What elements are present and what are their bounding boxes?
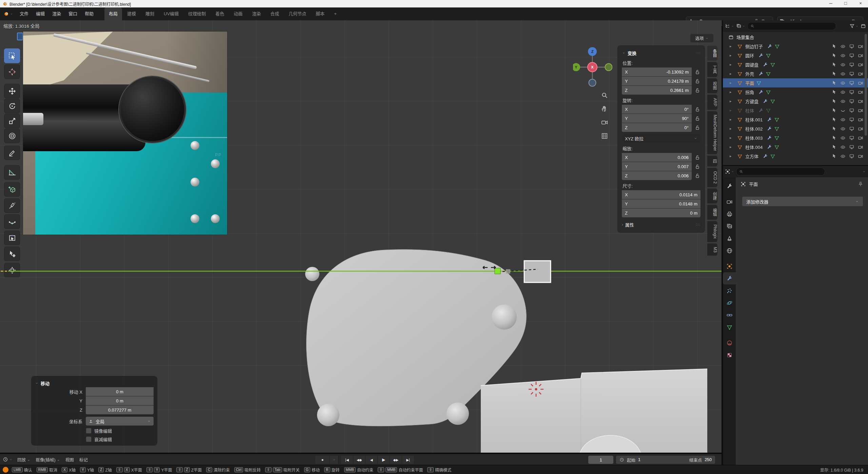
eye-open-icon[interactable] bbox=[840, 154, 846, 159]
viewport-visibility-icon[interactable] bbox=[849, 108, 854, 113]
rotation-mode-dropdown[interactable]: XYZ 欧拉 bbox=[622, 134, 701, 143]
workspace-tab[interactable]: 合成 bbox=[266, 7, 283, 20]
viewport-visibility-icon[interactable] bbox=[849, 53, 854, 58]
tab-scene[interactable] bbox=[723, 232, 736, 244]
outliner-search-input[interactable] bbox=[756, 23, 833, 29]
lock-open-icon[interactable] bbox=[692, 125, 701, 131]
sidebar-tab[interactable]: 编辑 bbox=[707, 205, 717, 220]
lock-open-icon[interactable] bbox=[692, 164, 701, 170]
eye-open-icon[interactable] bbox=[840, 44, 846, 49]
outliner-item[interactable]: ▸ 拐角 bbox=[723, 87, 868, 97]
menu-item[interactable]: 编辑 bbox=[32, 7, 48, 20]
blender-menu-button[interactable] bbox=[0, 11, 16, 17]
tab-constraints[interactable] bbox=[723, 309, 736, 321]
expand-icon[interactable]: ▸ bbox=[730, 81, 732, 85]
rotation-field[interactable]: Y90° bbox=[622, 114, 701, 123]
selectable-icon[interactable] bbox=[831, 71, 837, 77]
menu-item[interactable]: 帮助 bbox=[81, 7, 97, 20]
render-visibility-icon[interactable] bbox=[858, 71, 863, 77]
outliner-item[interactable]: ▸ 柱体.003 bbox=[723, 133, 868, 142]
properties-editor-type-button[interactable] bbox=[725, 169, 734, 174]
tab-particles[interactable] bbox=[723, 284, 736, 297]
tab-physics[interactable] bbox=[723, 297, 736, 309]
tab-tool[interactable] bbox=[723, 180, 736, 192]
properties-panel-title[interactable]: 属性 bbox=[625, 221, 634, 228]
outliner-item[interactable]: ▸ 柱体.001 bbox=[723, 115, 868, 124]
lock-open-icon[interactable] bbox=[692, 87, 701, 93]
workspace-tab[interactable]: 建模 bbox=[123, 7, 140, 20]
orientation-dropdown[interactable]: 全局 bbox=[86, 417, 154, 426]
eye-closed-icon[interactable] bbox=[840, 108, 846, 113]
expand-icon[interactable]: ▸ bbox=[730, 72, 732, 76]
expand-icon[interactable]: ▸ bbox=[730, 90, 732, 94]
viewport-visibility-icon[interactable] bbox=[849, 44, 854, 49]
render-visibility-icon[interactable] bbox=[858, 53, 863, 58]
navigation-gizmo[interactable]: Z Y X bbox=[573, 47, 612, 87]
workspace-tab[interactable]: 着色 bbox=[211, 7, 229, 20]
workspace-tab[interactable]: 布局 bbox=[104, 7, 122, 20]
location-field[interactable]: Y0.24178 m bbox=[622, 77, 701, 85]
workspace-tab[interactable]: 纹理绘制 bbox=[184, 7, 210, 20]
outliner-search[interactable] bbox=[747, 22, 836, 30]
location-field[interactable]: Z0.2661 m bbox=[622, 86, 701, 95]
sidebar-tab[interactable]: 四 bbox=[707, 156, 717, 166]
move-field[interactable]: Y0 m bbox=[35, 396, 154, 405]
eye-open-icon[interactable] bbox=[840, 62, 846, 67]
selectable-icon[interactable] bbox=[831, 90, 837, 95]
workspace-tab[interactable]: UV编辑 bbox=[159, 7, 183, 20]
workspace-tab[interactable]: 动画 bbox=[229, 7, 247, 20]
eye-open-icon[interactable] bbox=[840, 126, 846, 132]
sidebar-tab[interactable]: Philogix bbox=[707, 221, 717, 242]
rotation-field[interactable]: X0° bbox=[622, 105, 701, 114]
viewport-zoom-icon[interactable] bbox=[599, 90, 610, 100]
prev-frame-button[interactable]: ◀ bbox=[366, 456, 378, 464]
move-field[interactable]: Z0.077277 m bbox=[35, 406, 154, 414]
viewport-visibility-icon[interactable] bbox=[849, 90, 854, 95]
expand-icon[interactable]: ▸ bbox=[730, 53, 732, 58]
current-frame-field[interactable]: 1 bbox=[588, 456, 613, 464]
start-frame-field[interactable]: 1 bbox=[638, 457, 640, 462]
scrollbar[interactable] bbox=[865, 34, 867, 136]
timeline-menu-item[interactable]: 回放⌄ bbox=[15, 456, 32, 463]
checkbox[interactable] bbox=[86, 428, 92, 434]
selectable-icon[interactable] bbox=[831, 99, 837, 104]
eye-open-icon[interactable] bbox=[840, 135, 846, 141]
prev-keyframe-button[interactable]: ◀◆ bbox=[353, 456, 366, 464]
sidebar-tab[interactable]: ARP bbox=[707, 95, 717, 110]
scale-field[interactable]: Y0.007 bbox=[622, 162, 701, 171]
outliner-editor-type-button[interactable] bbox=[725, 23, 734, 29]
outliner-filter-button[interactable] bbox=[849, 23, 859, 29]
dimension-field[interactable]: Y0.0148 m bbox=[622, 199, 701, 208]
render-visibility-icon[interactable] bbox=[858, 154, 863, 159]
lock-open-icon[interactable] bbox=[692, 106, 701, 112]
render-visibility-icon[interactable] bbox=[858, 144, 863, 150]
outliner-item[interactable]: ▸ 侧边钉子 bbox=[723, 42, 868, 51]
add-modifier-button[interactable]: 添加修改器 bbox=[742, 196, 863, 206]
play-button[interactable]: ▶ bbox=[378, 456, 390, 464]
auto-keying-button[interactable]: ● bbox=[315, 456, 330, 464]
checkbox-row[interactable]: 镜像编辑 bbox=[86, 428, 154, 434]
viewport-perspective-icon[interactable] bbox=[599, 131, 610, 141]
expand-icon[interactable]: ▸ bbox=[730, 126, 732, 131]
outliner-item[interactable]: ▸ 圆环 bbox=[723, 51, 868, 60]
menu-item[interactable]: 文件 bbox=[16, 7, 32, 20]
viewport-visibility-icon[interactable] bbox=[849, 99, 854, 104]
render-visibility-icon[interactable] bbox=[858, 44, 863, 49]
jump-to-start-button[interactable]: |◀ bbox=[341, 456, 353, 464]
viewport-visibility-icon[interactable] bbox=[849, 71, 854, 77]
eye-open-icon[interactable] bbox=[840, 71, 846, 77]
sidebar-tab[interactable]: M3 bbox=[707, 243, 717, 256]
tab-view-layer[interactable] bbox=[723, 220, 736, 232]
render-visibility-icon[interactable] bbox=[858, 135, 863, 141]
lock-open-icon[interactable] bbox=[692, 173, 701, 179]
tab-object-data[interactable] bbox=[723, 321, 736, 333]
viewport-visibility-icon[interactable] bbox=[849, 135, 854, 141]
minimize-button[interactable]: ─ bbox=[823, 0, 838, 7]
scale-field[interactable]: X0.006 bbox=[622, 153, 701, 162]
checkbox-row[interactable]: 衰减编辑 bbox=[86, 436, 154, 442]
selectable-icon[interactable] bbox=[831, 62, 837, 67]
expand-icon[interactable]: ▸ bbox=[730, 99, 732, 103]
render-visibility-icon[interactable] bbox=[858, 90, 863, 95]
panel-grip[interactable]: :::: bbox=[696, 51, 701, 55]
outliner-item[interactable]: ▸ 立方体 bbox=[723, 152, 868, 161]
